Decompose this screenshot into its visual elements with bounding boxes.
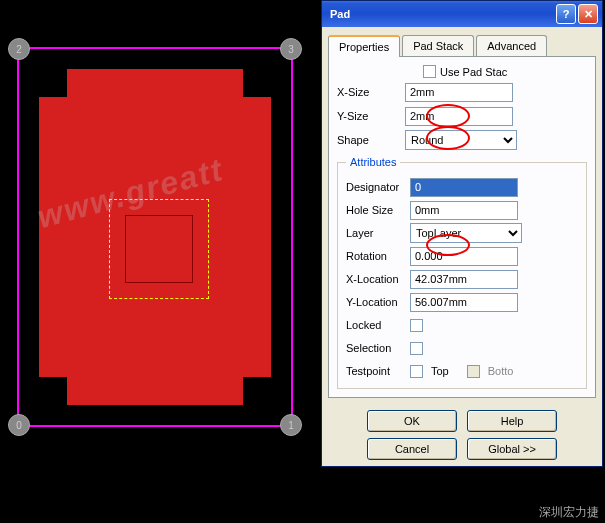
pcb-via-1[interactable]: 1: [280, 414, 302, 436]
titlebar-help-button[interactable]: ?: [556, 4, 576, 24]
use-pad-stack-checkbox[interactable]: [423, 65, 436, 78]
cancel-button[interactable]: Cancel: [367, 438, 457, 460]
pcb-copper-fill: [39, 69, 271, 405]
help-button[interactable]: Help: [467, 410, 557, 432]
layer-label: Layer: [346, 227, 410, 239]
corner-watermark: 深圳宏力捷: [539, 504, 599, 521]
testpoint-label: Testpoint: [346, 365, 410, 377]
testpoint-top-checkbox[interactable]: [410, 365, 423, 378]
testpoint-bottom-checkbox: [467, 365, 480, 378]
designator-input[interactable]: [410, 178, 518, 197]
ysize-input[interactable]: [405, 107, 513, 126]
xsize-input[interactable]: [405, 83, 513, 102]
yloc-label: Y-Location: [346, 296, 410, 308]
pcb-via-2[interactable]: 2: [8, 38, 30, 60]
attributes-legend: Attributes: [346, 156, 400, 168]
pcb-via-0[interactable]: 0: [8, 414, 30, 436]
locked-label: Locked: [346, 319, 410, 331]
xsize-label: X-Size: [337, 86, 405, 98]
pcb-board-outline: 0 1 2 3: [17, 47, 293, 427]
pcb-canvas[interactable]: 0 1 2 3 www.greatt: [5, 35, 305, 475]
tab-pad-stack[interactable]: Pad Stack: [402, 35, 474, 56]
locked-checkbox[interactable]: [410, 319, 423, 332]
tab-advanced[interactable]: Advanced: [476, 35, 547, 56]
holesize-input[interactable]: [410, 201, 518, 220]
layer-select[interactable]: TopLayer: [410, 223, 522, 243]
xloc-input[interactable]: [410, 270, 518, 289]
use-pad-stack-label: Use Pad Stac: [440, 66, 507, 78]
selection-label: Selection: [346, 342, 410, 354]
attributes-group: Attributes Designator Hole Size Layer To…: [337, 156, 587, 389]
shape-select[interactable]: Round: [405, 130, 517, 150]
shape-label: Shape: [337, 134, 405, 146]
selection-checkbox[interactable]: [410, 342, 423, 355]
rotation-input[interactable]: [410, 247, 518, 266]
testpoint-top-label: Top: [431, 365, 449, 377]
pad-dialog: Pad ? ✕ Properties Pad Stack Advanced Us…: [321, 0, 603, 467]
titlebar-close-button[interactable]: ✕: [578, 4, 598, 24]
xloc-label: X-Location: [346, 273, 410, 285]
tab-properties[interactable]: Properties: [328, 35, 400, 57]
holesize-label: Hole Size: [346, 204, 410, 216]
dialog-title: Pad: [326, 8, 554, 20]
global-button[interactable]: Global >>: [467, 438, 557, 460]
pcb-component-qfp[interactable]: [109, 199, 209, 299]
properties-panel: Use Pad Stac X-Size Y-Size Shape Round A…: [328, 57, 596, 398]
designator-label: Designator: [346, 181, 410, 193]
rotation-label: Rotation: [346, 250, 410, 262]
pcb-via-3[interactable]: 3: [280, 38, 302, 60]
yloc-input[interactable]: [410, 293, 518, 312]
ysize-label: Y-Size: [337, 110, 405, 122]
testpoint-bottom-label: Botto: [488, 365, 514, 377]
titlebar[interactable]: Pad ? ✕: [322, 1, 602, 27]
ok-button[interactable]: OK: [367, 410, 457, 432]
